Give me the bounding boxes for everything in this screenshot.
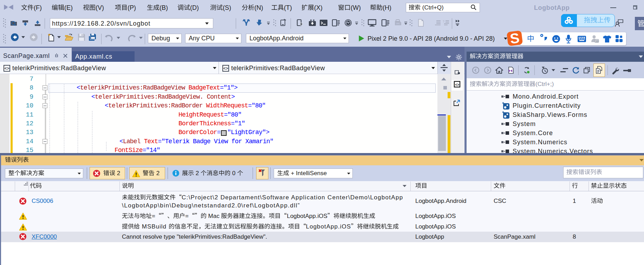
svg-text:S: S <box>509 31 520 46</box>
svg-text:<>: <> <box>223 66 228 71</box>
svg-text:13: 13 <box>596 40 598 42</box>
svg-text:?: ? <box>443 20 444 23</box>
svg-text:<>: <> <box>5 66 9 71</box>
svg-text:<>: <> <box>455 83 459 87</box>
svg-text:IPA: IPA <box>396 22 399 25</box>
